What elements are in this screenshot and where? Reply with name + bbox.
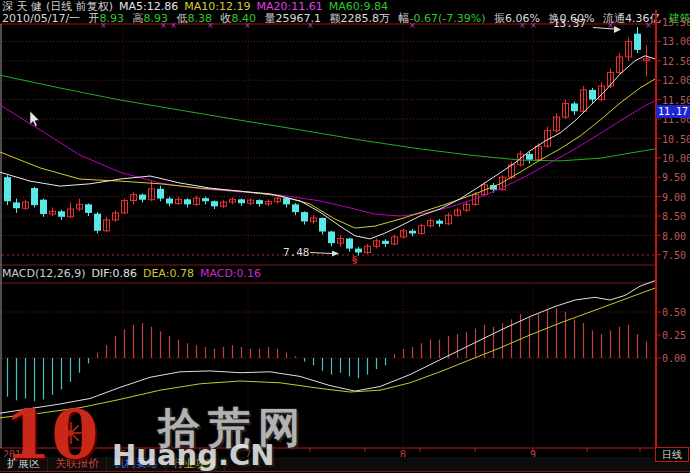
price-tick: 10.50 — [662, 134, 690, 145]
price-tick: 13.50 — [662, 17, 690, 28]
price-tick: 11.50 — [662, 95, 690, 106]
signal-mark-icon: × — [160, 21, 167, 30]
event-marker-glyph: § — [352, 254, 357, 265]
period-selector[interactable]: 日线 — [655, 447, 689, 462]
price-tick: 8.00 — [662, 231, 686, 242]
tab-institution-summary[interactable]: 机构要略 — [107, 457, 166, 471]
signal-mark-icon: × — [170, 21, 177, 30]
tab-extended-area[interactable]: 扩展区 — [0, 457, 48, 471]
signal-mark-icon: × — [244, 21, 251, 30]
trading-app-window: 深 天 健(日线 前复权)MA5:12.86MA10:12.19MA20:11.… — [0, 0, 690, 473]
low-price-annotation: 7.48 — [283, 246, 310, 259]
signal-mark-icon: × — [409, 21, 416, 30]
kline-macd-chart[interactable] — [0, 0, 690, 473]
price-tick: 7.50 — [662, 250, 686, 261]
signal-mark-icon: × — [607, 21, 614, 30]
price-tick: 12.50 — [662, 56, 690, 67]
price-tick: 13.00 — [662, 36, 690, 47]
macd-value: MACD:0.16 — [200, 267, 261, 280]
tab-industry-strategy[interactable]: 行业攻略 — [166, 457, 225, 471]
price-tick: 9.00 — [662, 192, 686, 203]
signal-mark-icon: × — [519, 21, 526, 30]
signal-mark-icon: × — [307, 21, 314, 30]
signal-mark-icon: × — [207, 21, 214, 30]
high-price-annotation: 13.37 — [553, 17, 586, 30]
bottom-tab-bar: 扩展区关联报价机构要略行业攻略 — [0, 457, 690, 472]
macd-header: MACD(12,26,9)DIF:0.86DEA:0.78MACD:0.16 — [2, 267, 261, 280]
price-tick: 10.00 — [662, 153, 690, 164]
signal-mark-icon: × — [530, 21, 537, 30]
dif-value: DIF:0.86 — [92, 267, 137, 280]
signal-mark-icon: × — [100, 21, 107, 30]
tab-linked-quotes[interactable]: 关联报价 — [48, 457, 107, 471]
price-tick: 8.50 — [662, 211, 686, 222]
signal-mark-icon: × — [645, 21, 652, 30]
dea-value: DEA:0.78 — [143, 267, 194, 280]
price-tick: 12.00 — [662, 75, 690, 86]
macd-tick: 0.00 — [662, 353, 686, 364]
macd-tick: 0.50 — [662, 307, 686, 318]
macd-params-label: MACD(12,26,9) — [2, 267, 86, 280]
price-tick: 9.50 — [662, 172, 686, 183]
macd-tick: 0.25 — [662, 330, 686, 341]
crosshair-price-badge: 11.17 — [656, 105, 690, 118]
